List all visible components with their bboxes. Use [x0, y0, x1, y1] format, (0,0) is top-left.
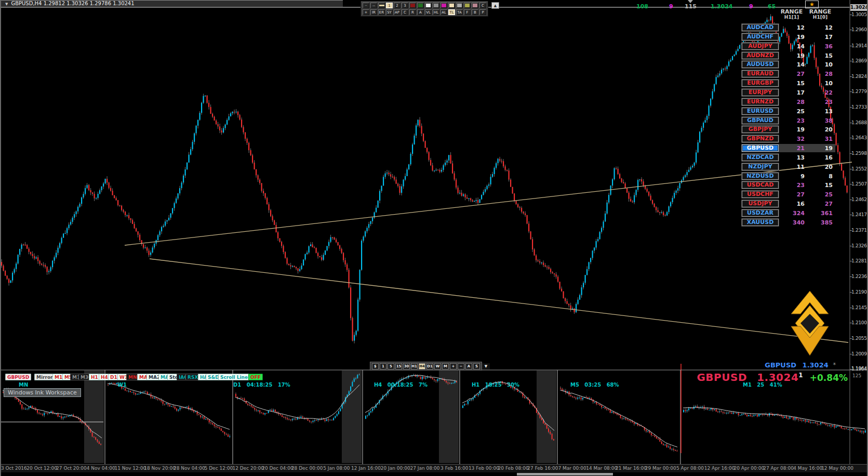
mini-tf-button-15[interactable]: 15 — [395, 363, 402, 369]
current-price-box: 1.30241 — [850, 4, 868, 11]
tool-button-C[interactable]: C — [402, 9, 408, 15]
broker-logo — [790, 290, 830, 359]
tool-button-SY[interactable]: SY — [386, 9, 393, 15]
mini-tf-button-W[interactable]: W — [434, 363, 441, 369]
watch-symbol-USDCHF[interactable]: USDCHF — [742, 191, 779, 198]
mini-tf-button-+[interactable]: + — [450, 363, 457, 369]
style-tool-13[interactable] — [464, 3, 471, 8]
tool-button-HL[interactable]: HL — [433, 9, 439, 15]
mini-tf-button-30[interactable]: 30 — [403, 363, 410, 369]
watch-symbol-GBPAUD[interactable]: GBPAUD — [742, 117, 779, 124]
watch-symbol-AUDCHF[interactable]: AUDCHF — [742, 33, 779, 41]
watch-symbol-EURUSD[interactable]: EURUSD — [742, 108, 779, 115]
tool-button-TL[interactable]: TL — [448, 9, 455, 15]
watch-symbol-GBPNZD[interactable]: GBPNZD — [742, 135, 779, 142]
alert-star-button[interactable]: ★ — [805, 1, 819, 8]
mini-tf-button-A[interactable]: A — [465, 363, 472, 369]
tool-button-P[interactable]: P — [479, 9, 486, 15]
style-tool-6[interactable] — [409, 3, 416, 8]
panel-button-OFF[interactable]: OFF — [248, 374, 263, 380]
range-value-h1-0: 13 — [809, 108, 833, 115]
style-tool-12[interactable] — [456, 3, 463, 8]
watch-symbol-XAUUSD[interactable]: XAUUSD — [742, 219, 779, 226]
watch-symbol-AUDJPY[interactable]: AUDJPY — [742, 43, 779, 50]
range-value-h1-1: 15 — [781, 80, 805, 87]
watch-symbol-EURAUD[interactable]: EURAUD — [742, 70, 779, 77]
tool-button-A[interactable]: A — [417, 9, 424, 15]
range-value-h1-0: 23 — [809, 99, 833, 105]
watch-symbol-NZDJPY[interactable]: NZDJPY — [742, 163, 779, 170]
watch-symbol-NZDCAD[interactable]: NZDCAD — [742, 154, 779, 161]
mini-tf-button-D1[interactable]: D1 — [426, 363, 433, 369]
color-swatch-icon — [418, 4, 423, 7]
watch-symbol-AUDCAD[interactable]: AUDCAD — [742, 24, 779, 31]
sparkle-icon: ✳ — [833, 362, 836, 366]
marker-triangle-icon — [688, 0, 693, 3]
watch-symbol-USDZAR[interactable]: USDZAR — [742, 209, 779, 217]
style-tool-5[interactable]: 3 — [402, 3, 408, 8]
tool-button-B[interactable]: B — [472, 9, 478, 15]
tool-button-F[interactable]: F — [464, 9, 471, 15]
style-tool-15[interactable]: C — [479, 3, 486, 8]
mini-tf-button-−[interactable]: − — [458, 363, 464, 369]
style-tool-4[interactable]: 2 — [394, 3, 400, 8]
price-tick-label: 1.24620 — [851, 197, 868, 202]
tool-button-IR[interactable]: IR — [370, 9, 377, 15]
style-tool-8[interactable] — [425, 3, 432, 8]
collapse-toolbar-button[interactable]: ▲ — [491, 2, 499, 9]
style-tool-9[interactable] — [433, 3, 439, 8]
price-tick-label: 1.22360 — [851, 274, 868, 279]
mini-tf-button-$[interactable]: $ — [372, 363, 379, 369]
range-value-h1-1: 17 — [781, 89, 805, 96]
range-value-h1-0: 8 — [809, 173, 833, 180]
mini-tf-button-1[interactable]: 1 — [380, 363, 386, 369]
price-tick-mark — [850, 323, 852, 323]
collapse-panel-button[interactable]: ▼ — [482, 363, 490, 369]
mini-tf-button-S[interactable]: S — [473, 363, 480, 369]
range-value-h1-1: 28 — [781, 99, 805, 105]
date-tick-label: 20 Jan 00:00 — [381, 466, 410, 471]
style-tool-14[interactable] — [472, 3, 478, 8]
panel-button-Mirror[interactable]: Mirror — [34, 374, 55, 380]
mini-tf-button-M[interactable]: M — [442, 363, 449, 369]
price-tick-mark — [850, 261, 852, 261]
logo-caption: GBPUSD 1.3024 ✳ — [726, 361, 836, 369]
tool-button-VL[interactable]: VL — [425, 9, 432, 15]
watch-symbol-EURGBP[interactable]: EURGBP — [742, 80, 779, 87]
watch-symbol-GBPJPY[interactable]: GBPJPY — [742, 126, 779, 133]
style-tool-10[interactable] — [440, 3, 447, 8]
watch-symbol-GBPUSD[interactable]: GBPUSD — [742, 144, 779, 152]
price-tick-mark — [850, 308, 852, 308]
tool-button-AL[interactable]: AL — [440, 9, 447, 15]
watch-symbol-EURJPY[interactable]: EURJPY — [742, 89, 779, 96]
style-tool-2[interactable] — [378, 3, 385, 8]
panel-button-Scroll-Line[interactable]: Scroll Line — [218, 374, 250, 380]
watch-symbol-AUDUSD[interactable]: AUDUSD — [742, 61, 779, 68]
range-value-h1-0: 22 — [809, 89, 833, 96]
watch-symbol-USDCAD[interactable]: USDCAD — [742, 181, 779, 189]
mini-tf-button-H4[interactable]: H4 — [419, 363, 425, 369]
pane-label-MN: MN — [19, 382, 28, 388]
style-tool-11[interactable] — [448, 3, 455, 8]
mini-tf-button-H1[interactable]: H1 — [411, 363, 418, 369]
style-tool-0[interactable]: ·· — [363, 3, 369, 8]
tool-button-AP[interactable]: AP — [394, 9, 400, 15]
style-tool-7[interactable] — [417, 3, 424, 8]
style-tool-1[interactable]: -- — [370, 3, 377, 8]
tool-button-ER[interactable]: ER — [378, 9, 385, 15]
watch-symbol-NZDUSD[interactable]: NZDUSD — [742, 173, 779, 180]
watch-symbol-USDJPY[interactable]: USDJPY — [742, 200, 779, 207]
horizontal-scrollbar-thumb[interactable] — [517, 473, 613, 475]
tool-button-TA[interactable]: TA — [456, 9, 463, 15]
style-tool-3[interactable]: 1 — [386, 3, 393, 8]
date-tick-label: 27 Jan 08:00 — [410, 466, 440, 471]
tool-button-+[interactable]: + — [363, 9, 369, 15]
mini-tf-button-5[interactable]: 5 — [388, 363, 394, 369]
date-tick-label: 5 Dec 12:00 — [205, 466, 233, 471]
tool-button-R[interactable]: R — [409, 9, 416, 15]
watch-symbol-AUDNZD[interactable]: AUDNZD — [742, 52, 779, 59]
watch-symbol-EURNZD[interactable]: EURNZD — [742, 98, 779, 105]
chevron-down-icon[interactable]: ▼ — [5, 2, 8, 6]
range-value-h1-0: 19 — [809, 145, 833, 152]
panel-button-GBPUSD[interactable]: GBPUSD — [5, 374, 31, 380]
